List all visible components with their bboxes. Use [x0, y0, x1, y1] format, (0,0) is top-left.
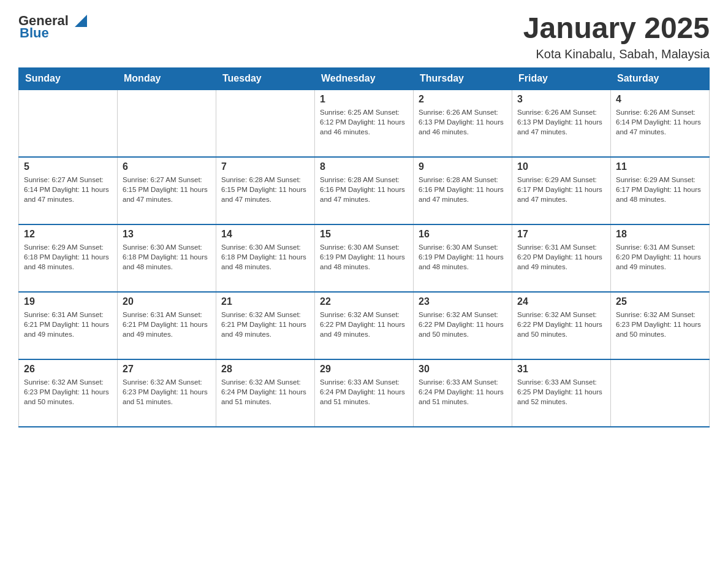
day-header-wednesday: Wednesday	[315, 67, 414, 90]
calendar-cell: 19Sunrise: 6:31 AM Sunset: 6:21 PM Dayli…	[19, 292, 118, 359]
calendar-cell: 16Sunrise: 6:30 AM Sunset: 6:19 PM Dayli…	[414, 224, 512, 292]
day-info: Sunrise: 6:29 AM Sunset: 6:18 PM Dayligh…	[24, 242, 112, 272]
day-number: 30	[419, 364, 507, 375]
logo-text-blue: Blue	[20, 25, 49, 40]
day-number: 26	[24, 364, 112, 375]
day-number: 28	[221, 364, 309, 375]
calendar-cell: 1Sunrise: 6:25 AM Sunset: 6:12 PM Daylig…	[315, 90, 414, 157]
calendar-cell: 10Sunrise: 6:29 AM Sunset: 6:17 PM Dayli…	[512, 157, 611, 224]
day-number: 27	[123, 364, 211, 375]
calendar-cell: 2Sunrise: 6:26 AM Sunset: 6:13 PM Daylig…	[414, 90, 512, 157]
day-info: Sunrise: 6:32 AM Sunset: 6:22 PM Dayligh…	[320, 310, 408, 339]
day-info: Sunrise: 6:30 AM Sunset: 6:19 PM Dayligh…	[320, 242, 408, 272]
day-number: 14	[221, 229, 309, 240]
calendar-header-row: SundayMondayTuesdayWednesdayThursdayFrid…	[19, 67, 710, 90]
day-number: 31	[517, 364, 605, 375]
day-info: Sunrise: 6:26 AM Sunset: 6:14 PM Dayligh…	[616, 107, 704, 137]
day-info: Sunrise: 6:28 AM Sunset: 6:16 PM Dayligh…	[320, 175, 408, 204]
day-info: Sunrise: 6:25 AM Sunset: 6:12 PM Dayligh…	[320, 107, 408, 137]
calendar-cell: 3Sunrise: 6:26 AM Sunset: 6:13 PM Daylig…	[512, 90, 611, 157]
calendar-cell: 4Sunrise: 6:26 AM Sunset: 6:14 PM Daylig…	[611, 90, 710, 157]
calendar-cell	[19, 90, 118, 157]
day-header-monday: Monday	[118, 67, 216, 90]
calendar-week-5: 26Sunrise: 6:32 AM Sunset: 6:23 PM Dayli…	[19, 359, 710, 427]
day-number: 13	[123, 229, 211, 240]
calendar-cell: 31Sunrise: 6:33 AM Sunset: 6:25 PM Dayli…	[512, 359, 611, 427]
day-info: Sunrise: 6:31 AM Sunset: 6:20 PM Dayligh…	[616, 242, 704, 272]
day-number: 17	[517, 229, 605, 240]
calendar-cell	[118, 90, 216, 157]
day-header-saturday: Saturday	[611, 67, 710, 90]
calendar-cell: 12Sunrise: 6:29 AM Sunset: 6:18 PM Dayli…	[19, 224, 118, 292]
day-info: Sunrise: 6:32 AM Sunset: 6:21 PM Dayligh…	[221, 310, 309, 339]
day-info: Sunrise: 6:33 AM Sunset: 6:25 PM Dayligh…	[517, 377, 605, 407]
day-info: Sunrise: 6:28 AM Sunset: 6:16 PM Dayligh…	[419, 175, 507, 204]
calendar-cell: 24Sunrise: 6:32 AM Sunset: 6:22 PM Dayli…	[512, 292, 611, 359]
day-info: Sunrise: 6:32 AM Sunset: 6:23 PM Dayligh…	[616, 310, 704, 339]
day-number: 19	[24, 296, 112, 307]
calendar-cell: 13Sunrise: 6:30 AM Sunset: 6:18 PM Dayli…	[118, 224, 216, 292]
title-block: January 2025 Kota Kinabalu, Sabah, Malay…	[523, 12, 710, 61]
calendar-cell: 11Sunrise: 6:29 AM Sunset: 6:17 PM Dayli…	[611, 157, 710, 224]
day-number: 21	[221, 296, 309, 307]
day-info: Sunrise: 6:29 AM Sunset: 6:17 PM Dayligh…	[616, 175, 704, 204]
day-info: Sunrise: 6:30 AM Sunset: 6:19 PM Dayligh…	[419, 242, 507, 272]
calendar-cell: 20Sunrise: 6:31 AM Sunset: 6:21 PM Dayli…	[118, 292, 216, 359]
day-info: Sunrise: 6:32 AM Sunset: 6:22 PM Dayligh…	[517, 310, 605, 339]
day-info: Sunrise: 6:31 AM Sunset: 6:20 PM Dayligh…	[517, 242, 605, 272]
logo-triangle-icon	[70, 10, 89, 29]
day-header-sunday: Sunday	[19, 67, 118, 90]
calendar-week-3: 12Sunrise: 6:29 AM Sunset: 6:18 PM Dayli…	[19, 224, 710, 292]
day-number: 4	[616, 94, 704, 105]
day-info: Sunrise: 6:32 AM Sunset: 6:23 PM Dayligh…	[24, 377, 112, 407]
day-number: 11	[616, 161, 704, 172]
day-info: Sunrise: 6:29 AM Sunset: 6:17 PM Dayligh…	[517, 175, 605, 204]
day-info: Sunrise: 6:27 AM Sunset: 6:14 PM Dayligh…	[24, 175, 112, 204]
day-number: 18	[616, 229, 704, 240]
day-number: 5	[24, 161, 112, 172]
calendar-cell: 30Sunrise: 6:33 AM Sunset: 6:24 PM Dayli…	[414, 359, 512, 427]
day-info: Sunrise: 6:31 AM Sunset: 6:21 PM Dayligh…	[123, 310, 211, 339]
day-number: 29	[320, 364, 408, 375]
day-number: 6	[123, 161, 211, 172]
calendar-cell: 26Sunrise: 6:32 AM Sunset: 6:23 PM Dayli…	[19, 359, 118, 427]
day-number: 10	[517, 161, 605, 172]
calendar-cell: 17Sunrise: 6:31 AM Sunset: 6:20 PM Dayli…	[512, 224, 611, 292]
day-info: Sunrise: 6:32 AM Sunset: 6:24 PM Dayligh…	[221, 377, 309, 407]
day-info: Sunrise: 6:33 AM Sunset: 6:24 PM Dayligh…	[419, 377, 507, 407]
day-number: 7	[221, 161, 309, 172]
calendar-cell: 28Sunrise: 6:32 AM Sunset: 6:24 PM Dayli…	[216, 359, 315, 427]
day-info: Sunrise: 6:30 AM Sunset: 6:18 PM Dayligh…	[221, 242, 309, 272]
day-info: Sunrise: 6:32 AM Sunset: 6:23 PM Dayligh…	[123, 377, 211, 407]
calendar-cell: 23Sunrise: 6:32 AM Sunset: 6:22 PM Dayli…	[414, 292, 512, 359]
calendar-cell: 14Sunrise: 6:30 AM Sunset: 6:18 PM Dayli…	[216, 224, 315, 292]
svg-marker-0	[75, 15, 87, 27]
calendar-cell: 21Sunrise: 6:32 AM Sunset: 6:21 PM Dayli…	[216, 292, 315, 359]
day-number: 2	[419, 94, 507, 105]
day-number: 3	[517, 94, 605, 105]
day-header-friday: Friday	[512, 67, 611, 90]
day-info: Sunrise: 6:26 AM Sunset: 6:13 PM Dayligh…	[517, 107, 605, 137]
calendar-title: January 2025	[523, 12, 710, 45]
logo: General Blue	[18, 12, 89, 40]
calendar-cell	[216, 90, 315, 157]
day-number: 15	[320, 229, 408, 240]
day-number: 20	[123, 296, 211, 307]
calendar-cell: 18Sunrise: 6:31 AM Sunset: 6:20 PM Dayli…	[611, 224, 710, 292]
calendar-week-4: 19Sunrise: 6:31 AM Sunset: 6:21 PM Dayli…	[19, 292, 710, 359]
day-number: 8	[320, 161, 408, 172]
page-header: General Blue January 2025 Kota Kinabalu,…	[18, 12, 710, 61]
calendar-cell: 7Sunrise: 6:28 AM Sunset: 6:15 PM Daylig…	[216, 157, 315, 224]
calendar-week-1: 1Sunrise: 6:25 AM Sunset: 6:12 PM Daylig…	[19, 90, 710, 157]
day-info: Sunrise: 6:32 AM Sunset: 6:22 PM Dayligh…	[419, 310, 507, 339]
day-number: 24	[517, 296, 605, 307]
calendar-cell: 6Sunrise: 6:27 AM Sunset: 6:15 PM Daylig…	[118, 157, 216, 224]
calendar-cell: 5Sunrise: 6:27 AM Sunset: 6:14 PM Daylig…	[19, 157, 118, 224]
day-number: 12	[24, 229, 112, 240]
day-number: 25	[616, 296, 704, 307]
calendar-cell: 22Sunrise: 6:32 AM Sunset: 6:22 PM Dayli…	[315, 292, 414, 359]
day-info: Sunrise: 6:33 AM Sunset: 6:24 PM Dayligh…	[320, 377, 408, 407]
day-header-thursday: Thursday	[414, 67, 512, 90]
day-info: Sunrise: 6:31 AM Sunset: 6:21 PM Dayligh…	[24, 310, 112, 339]
day-number: 16	[419, 229, 507, 240]
